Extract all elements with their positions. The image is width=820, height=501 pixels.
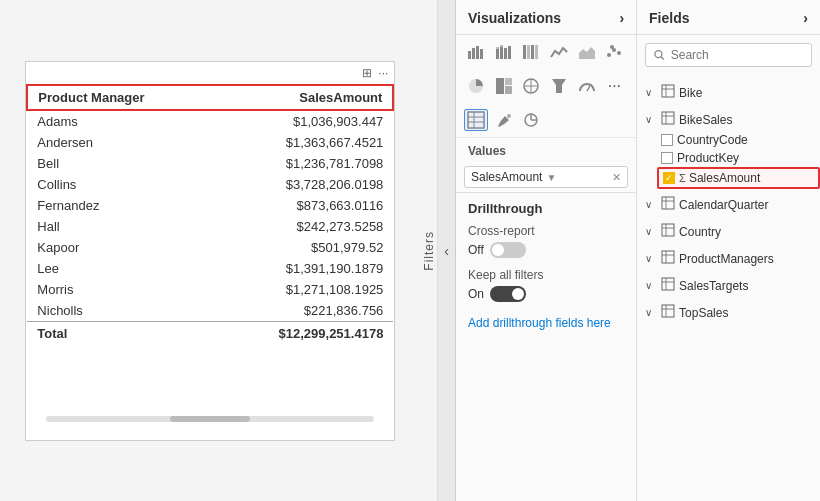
field-table-icon [661,84,675,101]
filters-sidebar[interactable]: Filters [421,0,439,501]
svg-rect-22 [505,86,512,94]
fields-expand-icon[interactable]: › [803,10,808,26]
more-icon[interactable]: ··· [378,66,388,80]
field-category-header-calendarquarter[interactable]: ∨CalendarQuarter [637,193,820,216]
col-header-manager: Product Manager [27,85,212,110]
search-icon [654,49,665,61]
svg-rect-53 [662,278,674,290]
keep-filters-knob [512,288,524,300]
svg-rect-56 [662,305,674,317]
chevron-icon: ∨ [645,280,657,291]
field-table-icon [661,304,675,321]
field-table-icon [661,277,675,294]
keep-filters-track[interactable] [490,286,526,302]
field-table-icon [661,111,675,128]
svg-rect-6 [500,47,503,59]
field-item-productkey[interactable]: ProductKey [657,149,820,167]
field-category-header-productmanagers[interactable]: ∨ProductManagers [637,247,820,270]
cell-amount: $1,236,781.7098 [212,153,393,174]
field-table-icon [661,223,675,240]
cross-report-track[interactable] [490,242,526,258]
viz-gauge-icon[interactable] [575,75,599,97]
field-category-header-salestargets[interactable]: ∨SalesTargets [637,274,820,297]
cross-report-label: Cross-report [468,224,624,238]
cross-report-knob [492,244,504,256]
values-chip-remove[interactable]: ✕ [612,171,621,184]
table-scrollbar[interactable] [46,416,374,422]
svg-point-15 [607,53,611,57]
chevron-icon: ∨ [645,253,657,264]
field-checkbox[interactable] [661,134,673,146]
keep-filters-toggle: Keep all filters On [468,268,624,302]
viz-analytics-icon[interactable] [519,109,543,131]
expand-icon[interactable]: ⊞ [362,66,372,80]
field-category-header-country[interactable]: ∨Country [637,220,820,243]
values-chip[interactable]: SalesAmount ▼ ✕ [464,166,628,188]
chevron-icon: ∨ [645,226,657,237]
table-row: Collins$3,728,206.0198 [27,174,393,195]
viz-treemap-icon[interactable] [492,75,516,97]
field-category-name: Bike [679,86,702,100]
field-items: CountryCodeProductKey✓Σ SalesAmount [637,131,820,189]
field-table-icon [661,196,675,213]
fields-search-box[interactable] [645,43,812,67]
fields-title: Fields [649,10,689,26]
field-item-salesamount[interactable]: ✓Σ SalesAmount [657,167,820,189]
viz-100pct-bar-icon[interactable] [519,41,543,63]
cell-amount: $1,036,903.447 [212,110,393,132]
table-row: Hall$242,273.5258 [27,216,393,237]
chevron-icon: ∨ [645,114,657,125]
viz-map-icon[interactable] [519,75,543,97]
viz-more-icon[interactable]: ··· [602,75,626,97]
svg-rect-21 [505,78,512,85]
table-panel: ⊞ ··· Product Manager SalesAmount Adams$… [0,0,421,501]
viz-stacked-bar-icon[interactable] [492,41,516,63]
svg-rect-7 [500,45,503,47]
viz-funnel-icon[interactable] [547,75,571,97]
field-category-header-bikesales[interactable]: ∨BikeSales [637,108,820,131]
field-item-name: CountryCode [677,133,748,147]
svg-rect-8 [504,48,507,59]
field-category-name: Country [679,225,721,239]
chevron-icon: ∨ [645,199,657,210]
svg-marker-14 [579,47,595,59]
svg-rect-41 [662,112,674,124]
field-category: ∨CalendarQuarter [637,191,820,218]
keep-filters-switch[interactable]: On [468,286,624,302]
viz-table-icon[interactable] [464,109,488,131]
viz-pie-chart-icon[interactable] [464,75,488,97]
viz-expand-icon[interactable]: › [619,10,624,26]
viz-line-chart-icon[interactable] [547,41,571,63]
field-item-name: Σ SalesAmount [679,171,760,185]
field-category-header-bike[interactable]: ∨Bike [637,81,820,104]
svg-rect-12 [531,45,534,59]
table-row: Kapoor$501,979.52 [27,237,393,258]
sigma-icon: Σ [679,172,689,184]
cross-report-value: Off [468,243,484,257]
svg-rect-3 [480,49,483,59]
svg-point-17 [617,51,621,55]
svg-rect-28 [468,112,484,128]
table-total-row: Total$12,299,251.4178 [27,321,393,344]
fields-search-input[interactable] [671,48,803,62]
viz-paintbrush-icon[interactable] [492,109,516,131]
viz-area-chart-icon[interactable] [575,41,599,63]
viz-collapse-button[interactable]: ‹ [438,0,456,501]
field-category-header-topsales[interactable]: ∨TopSales [637,301,820,324]
viz-scatter-icon[interactable] [602,41,626,63]
cell-manager: Hall [27,216,212,237]
field-table-icon [661,250,675,267]
add-drillthrough-button[interactable]: Add drillthrough fields here [468,312,624,334]
svg-rect-1 [472,48,475,59]
field-checkbox[interactable] [661,152,673,164]
cell-manager: Lee [27,258,212,279]
viz-panel-header: Visualizations › [456,0,636,35]
keep-filters-value: On [468,287,484,301]
cross-report-switch[interactable]: Off [468,242,624,258]
fields-list: ∨Bike∨BikeSalesCountryCodeProductKey✓Σ S… [637,75,820,501]
field-item-countrycode[interactable]: CountryCode [657,131,820,149]
table-row: Lee$1,391,190.1879 [27,258,393,279]
field-checkbox[interactable]: ✓ [663,172,675,184]
viz-bar-chart-icon[interactable] [464,41,488,63]
field-category-name: SalesTargets [679,279,748,293]
